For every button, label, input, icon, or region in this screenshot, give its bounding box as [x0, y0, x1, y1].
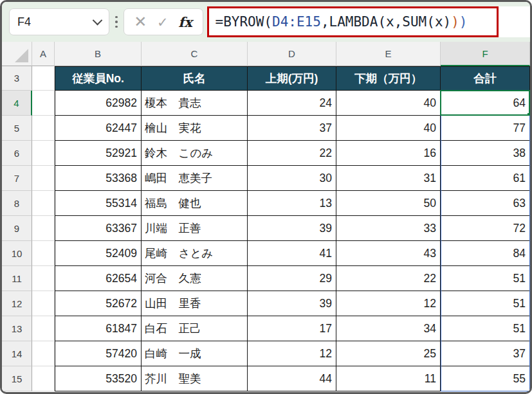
- row-header-13[interactable]: 13: [2, 316, 32, 341]
- cell-a8[interactable]: [32, 191, 55, 216]
- cell-e11[interactable]: 22: [336, 266, 441, 291]
- cell-b4[interactable]: 62982: [55, 91, 142, 116]
- cell-a6[interactable]: [32, 141, 55, 166]
- cell-a11[interactable]: [32, 266, 55, 291]
- cell-a3[interactable]: [32, 66, 55, 91]
- cell-a9[interactable]: [32, 216, 55, 241]
- cell-e15[interactable]: 11: [336, 366, 441, 391]
- cell-d5[interactable]: 37: [248, 116, 336, 141]
- cell-f8[interactable]: 63: [441, 191, 530, 216]
- column-header-f[interactable]: F: [441, 42, 530, 66]
- row-header-14[interactable]: 14: [2, 341, 32, 366]
- column-header-c[interactable]: C: [142, 42, 248, 66]
- cell-b12[interactable]: 52672: [55, 291, 142, 316]
- cell-f9[interactable]: 72: [441, 216, 530, 241]
- cell-d4[interactable]: 24: [248, 91, 336, 116]
- cell-c7[interactable]: 嶋田 恵美子: [142, 166, 248, 191]
- insert-function-icon[interactable]: fx: [178, 14, 192, 30]
- row-header-7[interactable]: 7: [2, 166, 32, 191]
- cell-e10[interactable]: 43: [336, 241, 441, 266]
- cell-f5[interactable]: 77: [441, 116, 530, 141]
- cell-d8[interactable]: 13: [248, 191, 336, 216]
- formula-bar[interactable]: =BYROW(D4:E15,LAMBDA(x,SUM(x))): [207, 6, 531, 37]
- cell-a4[interactable]: [32, 91, 55, 116]
- cell-f4-active[interactable]: 64: [441, 91, 530, 116]
- column-header-a[interactable]: A: [32, 42, 55, 66]
- cell-c3-header[interactable]: 氏名: [142, 66, 248, 91]
- name-box[interactable]: F4: [9, 8, 109, 35]
- cell-d3-header[interactable]: 上期(万円): [248, 66, 336, 91]
- cell-b13[interactable]: 61847: [55, 316, 142, 341]
- cell-f10[interactable]: 84: [441, 241, 530, 266]
- cell-c10[interactable]: 尾崎 さとみ: [142, 241, 248, 266]
- select-all-button[interactable]: [2, 42, 32, 66]
- cancel-icon[interactable]: ✕: [134, 14, 147, 30]
- enter-icon[interactable]: ✓: [157, 15, 169, 29]
- cell-d15[interactable]: 44: [248, 366, 336, 391]
- cell-b14[interactable]: 57420: [55, 341, 142, 366]
- more-options-icon[interactable]: [115, 16, 118, 28]
- cell-c12[interactable]: 山田 里香: [142, 291, 248, 316]
- column-header-d[interactable]: D: [248, 42, 336, 66]
- cell-d14[interactable]: 12: [248, 341, 336, 366]
- cell-c11[interactable]: 河合 久憲: [142, 266, 248, 291]
- cell-c14[interactable]: 白崎 一成: [142, 341, 248, 366]
- cell-c9[interactable]: 川端 正善: [142, 216, 248, 241]
- cell-e4[interactable]: 40: [336, 91, 441, 116]
- cell-e14[interactable]: 25: [336, 341, 441, 366]
- cell-e9[interactable]: 33: [336, 216, 441, 241]
- cell-d6[interactable]: 22: [248, 141, 336, 166]
- cell-e12[interactable]: 12: [336, 291, 441, 316]
- row-header-15[interactable]: 15: [2, 366, 32, 391]
- cell-b10[interactable]: 52409: [55, 241, 142, 266]
- column-header-e[interactable]: E: [336, 42, 441, 66]
- cell-d10[interactable]: 41: [248, 241, 336, 266]
- cell-b9[interactable]: 63367: [55, 216, 142, 241]
- cell-c8[interactable]: 福島 健也: [142, 191, 248, 216]
- cell-b15[interactable]: 53520: [55, 366, 142, 391]
- cell-e3-header[interactable]: 下期（万円）: [336, 66, 441, 91]
- cell-c13[interactable]: 白石 正己: [142, 316, 248, 341]
- row-header-11[interactable]: 11: [2, 266, 32, 291]
- row-header-10[interactable]: 10: [2, 241, 32, 266]
- cell-d12[interactable]: 39: [248, 291, 336, 316]
- cell-a10[interactable]: [32, 241, 55, 266]
- cell-b8[interactable]: 55314: [55, 191, 142, 216]
- cell-e13[interactable]: 34: [336, 316, 441, 341]
- cell-f13[interactable]: 51: [441, 316, 530, 341]
- cell-b3-header[interactable]: 従業員No.: [55, 66, 142, 91]
- cell-e6[interactable]: 16: [336, 141, 441, 166]
- cell-a14[interactable]: [32, 341, 55, 366]
- cell-d13[interactable]: 17: [248, 316, 336, 341]
- cell-c6[interactable]: 鈴木 このみ: [142, 141, 248, 166]
- row-header-9[interactable]: 9: [2, 216, 32, 241]
- cell-e5[interactable]: 40: [336, 116, 441, 141]
- row-header-5[interactable]: 5: [2, 116, 32, 141]
- cell-b6[interactable]: 52921: [55, 141, 142, 166]
- cell-f15[interactable]: 55: [441, 366, 530, 391]
- row-header-3[interactable]: 3: [2, 66, 32, 91]
- cell-b7[interactable]: 53368: [55, 166, 142, 191]
- cell-e7[interactable]: 31: [336, 166, 441, 191]
- cell-a13[interactable]: [32, 316, 55, 341]
- column-header-b[interactable]: B: [55, 42, 142, 66]
- cell-f6[interactable]: 38: [441, 141, 530, 166]
- cell-c5[interactable]: 檜山 実花: [142, 116, 248, 141]
- cell-d11[interactable]: 29: [248, 266, 336, 291]
- cell-f12[interactable]: 51: [441, 291, 530, 316]
- cell-b11[interactable]: 62654: [55, 266, 142, 291]
- row-header-8[interactable]: 8: [2, 191, 32, 216]
- cell-a7[interactable]: [32, 166, 55, 191]
- row-header-6[interactable]: 6: [2, 141, 32, 166]
- cell-c15[interactable]: 芥川 聖美: [142, 366, 248, 391]
- cell-f3-header[interactable]: 合計: [441, 66, 530, 91]
- cell-c4[interactable]: 榎本 貴志: [142, 91, 248, 116]
- chevron-down-icon[interactable]: [93, 15, 103, 25]
- cell-a12[interactable]: [32, 291, 55, 316]
- cell-d7[interactable]: 30: [248, 166, 336, 191]
- cell-d9[interactable]: 39: [248, 216, 336, 241]
- row-header-12[interactable]: 12: [2, 291, 32, 316]
- row-header-4[interactable]: 4: [2, 91, 32, 116]
- cell-a5[interactable]: [32, 116, 55, 141]
- cell-a15[interactable]: [32, 366, 55, 391]
